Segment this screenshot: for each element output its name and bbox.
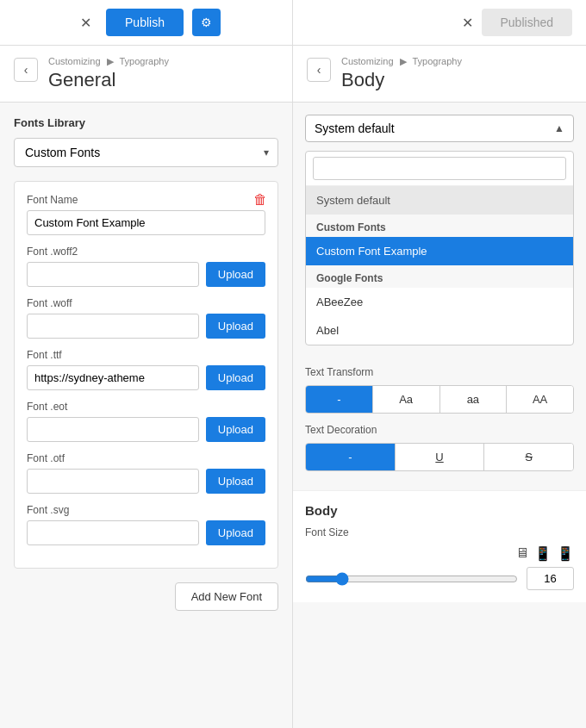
back-button-left[interactable]: ‹ [14, 58, 38, 82]
upload-woff-button[interactable]: Upload [206, 314, 265, 339]
transform-none-button[interactable]: - [306, 386, 373, 413]
font-size-slider[interactable] [305, 572, 518, 586]
text-transform-section: Text Transform - Aa aa AA Text Decoratio… [293, 354, 586, 490]
transform-lowercase-button[interactable]: aa [440, 386, 508, 413]
text-decoration-label: Text Decoration [305, 424, 574, 436]
transform-uppercase-button[interactable]: AA [507, 386, 573, 413]
upload-eot-button[interactable]: Upload [206, 417, 265, 442]
upload-ttf-button[interactable]: Upload [206, 365, 265, 390]
published-button: Published [482, 9, 573, 36]
menu-group-google-fonts: Google Fonts [306, 265, 573, 288]
decoration-none-button[interactable]: - [306, 444, 396, 470]
font-card: 🗑 Font Name Font .woff2 Upload Font .wof… [14, 181, 278, 569]
fonts-library-label: Fonts Library [14, 116, 278, 129]
font-woff-label: Font .woff [27, 297, 265, 309]
text-transform-group: - Aa aa AA [305, 385, 574, 414]
close-right-button[interactable]: ✕ [454, 9, 482, 36]
left-panel-title: General [48, 69, 169, 91]
font-svg-input[interactable] [27, 520, 199, 545]
font-size-input[interactable]: 16 [527, 567, 574, 590]
dropdown-up-arrow-icon: ▲ [554, 122, 564, 134]
left-panel-header: ‹ Customizing ▶ Typography General [0, 46, 292, 103]
font-ttf-label: Font .ttf [27, 349, 265, 361]
font-woff2-input[interactable] [27, 262, 199, 287]
fonts-dropdown[interactable]: Custom Fonts [15, 139, 277, 166]
dropdown-value: System default [315, 121, 395, 135]
body-section-title: Body [305, 503, 574, 518]
right-panel-header: ‹ Customizing ▶ Typography Body [293, 46, 586, 103]
menu-item-custom-font-example[interactable]: Custom Font Example [306, 237, 573, 265]
device-icons-row: 🖥 📱 📱 [305, 545, 574, 562]
close-left-button[interactable]: ✕ [72, 9, 99, 36]
menu-item-system-default[interactable]: System default [306, 186, 573, 215]
font-svg-label: Font .svg [27, 504, 265, 516]
transform-capitalize-button[interactable]: Aa [373, 386, 440, 413]
font-search-input[interactable] [313, 157, 566, 180]
left-panel: ‹ Customizing ▶ Typography General Fonts… [0, 46, 293, 728]
left-breadcrumb: Customizing ▶ Typography [48, 56, 169, 67]
font-woff2-label: Font .woff2 [27, 246, 265, 258]
font-ttf-input[interactable] [27, 365, 199, 390]
font-selector-dropdown[interactable]: System default ▲ [305, 115, 574, 142]
font-name-input[interactable] [27, 210, 265, 235]
menu-group-custom-fonts: Custom Fonts [306, 215, 573, 237]
fonts-dropdown-wrapper[interactable]: Custom Fonts ▾ [14, 138, 278, 167]
font-woff-input[interactable] [27, 314, 199, 339]
upload-svg-button[interactable]: Upload [206, 520, 265, 545]
right-panel: ‹ Customizing ▶ Typography Body System d… [293, 46, 586, 728]
menu-item-abel[interactable]: Abel [306, 316, 573, 345]
delete-font-icon[interactable]: 🗑 [253, 192, 267, 208]
body-section: Body Font Size 🖥 📱 📱 16 [293, 490, 586, 602]
right-panel-title: Body [341, 69, 462, 91]
fonts-library-section: Fonts Library Custom Fonts ▾ [0, 103, 292, 181]
decoration-strikethrough-button[interactable]: S [484, 444, 573, 470]
desktop-icon[interactable]: 🖥 [515, 545, 529, 562]
font-otf-label: Font .otf [27, 452, 265, 464]
text-decoration-group: - U S [305, 443, 574, 471]
text-transform-label: Text Transform [305, 366, 574, 378]
font-size-label: Font Size [305, 526, 574, 538]
font-dropdown-menu: System default Custom Fonts Custom Font … [305, 151, 574, 345]
menu-item-abeezee[interactable]: ABeeZee [306, 288, 573, 316]
upload-woff2-button[interactable]: Upload [206, 262, 265, 287]
back-button-right[interactable]: ‹ [307, 58, 331, 82]
right-breadcrumb: Customizing ▶ Typography [341, 56, 462, 67]
font-selector-bar[interactable]: System default ▲ [293, 103, 586, 151]
mobile-icon[interactable]: 📱 [557, 545, 574, 562]
tablet-icon[interactable]: 📱 [534, 545, 552, 562]
font-name-label: Font Name [27, 194, 265, 206]
add-new-font-button[interactable]: Add New Font [175, 582, 278, 611]
font-eot-label: Font .eot [27, 401, 265, 413]
upload-otf-button[interactable]: Upload [206, 469, 265, 494]
settings-button[interactable]: ⚙ [192, 9, 221, 36]
publish-button[interactable]: Publish [106, 9, 184, 36]
font-eot-input[interactable] [27, 417, 199, 442]
decoration-underline-button[interactable]: U [396, 444, 485, 470]
font-otf-input[interactable] [27, 469, 199, 494]
